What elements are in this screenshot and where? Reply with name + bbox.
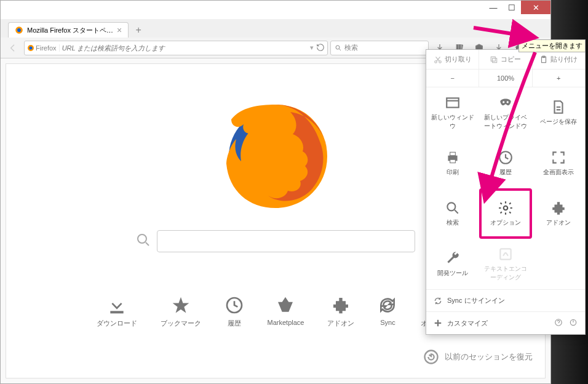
search-bar[interactable]: 検索	[330, 41, 429, 55]
menu-devtools[interactable]: 開発ツール	[426, 239, 479, 289]
restore-icon	[423, 348, 440, 366]
fullscreen-icon	[550, 150, 566, 166]
identity-box[interactable]: Firefox	[27, 44, 60, 52]
sync-icon	[434, 297, 442, 305]
tab-close-icon[interactable]: ×	[117, 25, 122, 35]
window-titlebar: — ☐ ✕	[1, 1, 550, 19]
svg-rect-27	[500, 249, 511, 259]
quit-button[interactable]	[569, 318, 578, 328]
annotation-arrow	[467, 18, 547, 209]
wrench-icon	[445, 250, 461, 266]
help-icon	[554, 318, 563, 327]
launchers-row: ダウンロード ブックマーク 履歴 Marketplace アドオン	[97, 295, 455, 328]
close-button[interactable]: ✕	[521, 1, 550, 14]
encoding-icon	[498, 246, 514, 262]
reload-button[interactable]	[316, 43, 325, 53]
svg-point-1	[17, 28, 21, 32]
plus-icon	[434, 319, 442, 327]
url-input[interactable]	[62, 44, 308, 52]
firefox-logo	[214, 95, 337, 220]
menu-customize-row[interactable]: カスタマイズ	[426, 311, 585, 334]
svg-rect-29	[437, 320, 439, 327]
svg-point-25	[447, 202, 455, 210]
firefox-icon	[15, 26, 23, 34]
menu-encoding: テキストエンコーディング	[479, 239, 532, 289]
search-icon	[335, 44, 342, 52]
startpage-search-input[interactable]	[157, 230, 415, 252]
new-tab-button[interactable]: +	[131, 23, 146, 38]
svg-rect-23	[450, 159, 456, 162]
launcher-addons[interactable]: アドオン	[327, 295, 354, 328]
help-button[interactable]	[554, 318, 563, 328]
svg-rect-18	[447, 98, 459, 107]
power-icon	[569, 318, 578, 327]
launcher-history[interactable]: 履歴	[224, 295, 244, 328]
tab-active[interactable]: Mozilla Firefox スタートペ… ×	[8, 22, 129, 38]
launcher-bookmarks[interactable]: ブックマーク	[161, 295, 201, 328]
window-icon	[445, 95, 461, 111]
page-icon	[550, 99, 566, 115]
maximize-button[interactable]: ☐	[503, 1, 521, 14]
svg-point-8	[138, 234, 146, 243]
launcher-downloads[interactable]: ダウンロード	[97, 295, 137, 328]
search-icon	[445, 200, 461, 216]
svg-rect-22	[450, 152, 456, 155]
firefox-icon	[27, 44, 34, 52]
search-icon	[136, 233, 151, 250]
tab-title: Mozilla Firefox スタートペ…	[27, 26, 113, 35]
svg-point-3	[30, 46, 33, 49]
svg-point-4	[336, 46, 340, 49]
dropdown-icon[interactable]: ▾	[310, 44, 314, 52]
launcher-sync[interactable]: Sync	[378, 295, 397, 328]
launcher-marketplace[interactable]: Marketplace	[268, 295, 304, 328]
search-row	[136, 230, 415, 252]
menu-sync-row[interactable]: Sync にサインイン	[426, 289, 585, 311]
addons-icon	[550, 200, 566, 216]
back-button[interactable]	[4, 39, 22, 57]
print-icon	[445, 150, 461, 166]
cut-icon	[434, 55, 442, 64]
url-bar[interactable]: Firefox ▾	[24, 41, 328, 55]
restore-session[interactable]: 以前のセッションを復元	[423, 348, 533, 366]
svg-rect-9	[110, 311, 123, 313]
minimize-button[interactable]: —	[484, 1, 503, 14]
